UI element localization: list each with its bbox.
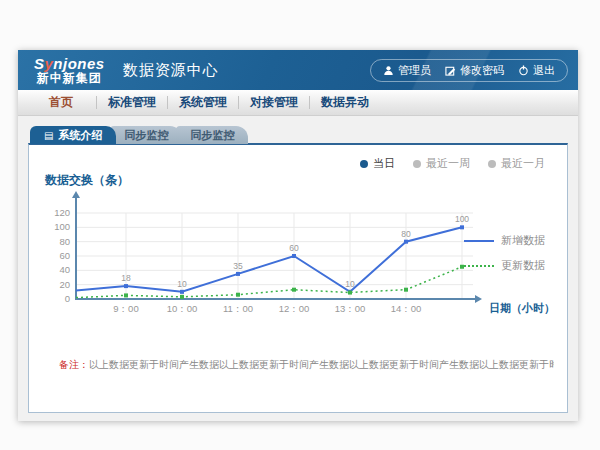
chart-legend: 新增数据 更新数据 <box>464 233 545 283</box>
header: Synjones 新中新集团 数据资源中心 管理员 修改密码 退出 <box>18 50 578 90</box>
radio-dot-icon <box>413 160 421 168</box>
radio-label: 最近一月 <box>501 156 545 171</box>
footnote-label: 备注： <box>59 359 89 370</box>
user-menu[interactable]: 管理员 <box>383 63 431 78</box>
svg-text:12：00: 12：00 <box>279 303 310 314</box>
svg-text:9：00: 9：00 <box>113 303 138 314</box>
main-nav: 首页 标准管理 系统管理 对接管理 数据异动 <box>18 90 578 116</box>
y-axis-title: 数据交换（条） <box>45 172 129 189</box>
footnote: 备注：以上数据更新于时间产生数据以上数据更新于时间产生数据以上数据更新于时间产生… <box>59 358 554 372</box>
radio-dot-icon <box>488 160 496 168</box>
legend-label: 更新数据 <box>501 258 545 273</box>
tab-sync-monitor-2[interactable]: 同步监控 <box>176 126 248 144</box>
svg-text:100: 100 <box>455 214 469 224</box>
svg-text:60: 60 <box>289 243 299 253</box>
edit-icon <box>445 65 456 76</box>
logout-label: 退出 <box>533 63 555 78</box>
svg-text:120: 120 <box>54 207 70 218</box>
radio-label: 最近一周 <box>426 156 470 171</box>
svg-text:10: 10 <box>177 279 187 289</box>
change-password-label: 修改密码 <box>460 63 504 78</box>
legend-line-dotted-icon <box>464 265 494 267</box>
nav-item-home[interactable]: 首页 <box>26 94 96 111</box>
nav-item-standard-mgmt[interactable]: 标准管理 <box>97 94 167 111</box>
svg-text:11：00: 11：00 <box>223 303 253 314</box>
range-filter-group: 当日 最近一周 最近一月 <box>360 156 545 171</box>
app-window: Synjones 新中新集团 数据资源中心 管理员 修改密码 退出 首页 标准管… <box>18 50 578 421</box>
svg-text:60: 60 <box>59 250 70 261</box>
nav-item-system-mgmt[interactable]: 系统管理 <box>168 94 238 111</box>
svg-text:100: 100 <box>54 221 70 232</box>
tab-sync-monitor-1[interactable]: 同步监控 <box>110 126 182 144</box>
svg-text:14：00: 14：00 <box>391 303 422 314</box>
radio-last-week[interactable]: 最近一周 <box>413 156 470 171</box>
svg-text:13：00: 13：00 <box>335 303 366 314</box>
content-panel: 当日 最近一周 最近一月 数据交换（条） 0204060801001209：00… <box>28 143 568 413</box>
legend-item-new-data: 新增数据 <box>464 233 545 248</box>
tab-bar: ▤ 系统介绍 同步监控 同步监控 <box>30 126 248 144</box>
svg-text:80: 80 <box>59 236 70 247</box>
svg-text:80: 80 <box>401 229 411 239</box>
tab-label: 系统介绍 <box>58 128 102 143</box>
footnote-text: 以上数据更新于时间产生数据以上数据更新于时间产生数据以上数据更新于时间产生数据以… <box>89 359 554 370</box>
page-title: 数据资源中心 <box>123 61 219 80</box>
radio-label: 当日 <box>373 156 395 171</box>
svg-text:日期（小时）: 日期（小时） <box>489 302 555 315</box>
svg-text:0: 0 <box>65 293 70 304</box>
logout-button[interactable]: 退出 <box>518 63 555 78</box>
radio-last-month[interactable]: 最近一月 <box>488 156 545 171</box>
svg-text:40: 40 <box>59 264 70 275</box>
tab-label: 同步监控 <box>124 128 168 143</box>
tab-system-intro[interactable]: ▤ 系统介绍 <box>30 126 116 144</box>
nav-item-interface-mgmt[interactable]: 对接管理 <box>239 94 309 111</box>
logo-text-cn: 新中新集团 <box>34 72 105 85</box>
legend-label: 新增数据 <box>501 233 545 248</box>
radio-today[interactable]: 当日 <box>360 156 395 171</box>
svg-text:20: 20 <box>59 279 70 290</box>
change-password-button[interactable]: 修改密码 <box>445 63 504 78</box>
svg-text:10：00: 10：00 <box>167 303 198 314</box>
svg-text:18: 18 <box>121 273 131 283</box>
radio-dot-icon <box>360 160 368 168</box>
logo-text-en: Synjones <box>34 56 105 72</box>
power-icon <box>518 65 529 76</box>
logo: Synjones 新中新集团 <box>34 56 105 84</box>
svg-text:35: 35 <box>233 261 243 271</box>
document-icon: ▤ <box>44 130 53 141</box>
user-label: 管理员 <box>398 63 431 78</box>
legend-item-update-data: 更新数据 <box>464 258 545 273</box>
legend-line-solid-icon <box>464 240 494 242</box>
user-toolbar: 管理员 修改密码 退出 <box>370 59 568 82</box>
tab-label: 同步监控 <box>190 128 234 143</box>
nav-item-data-change[interactable]: 数据异动 <box>310 94 380 111</box>
user-icon <box>383 65 394 76</box>
svg-text:10: 10 <box>345 279 355 289</box>
